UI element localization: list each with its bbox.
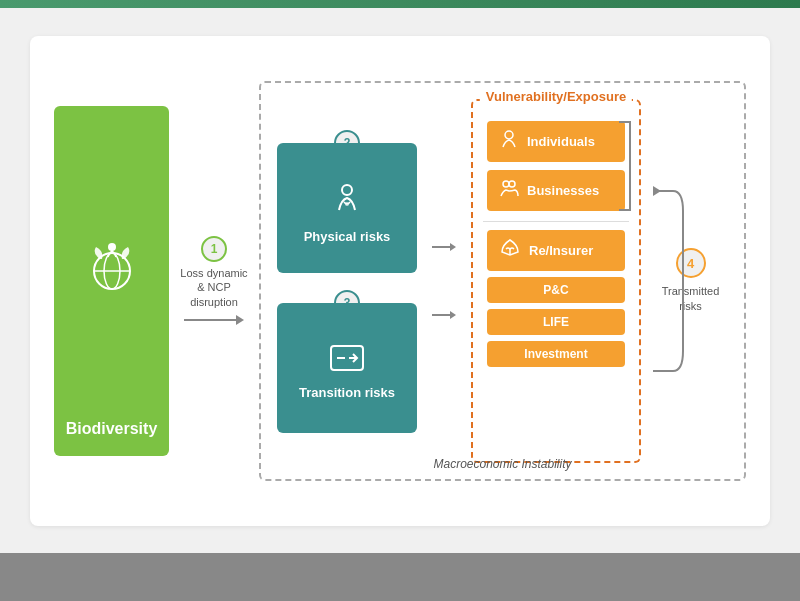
individuals-icon [499, 129, 519, 154]
individuals-item: Individuals [487, 121, 625, 162]
inner-content: 2 Physical risks [277, 99, 728, 463]
businesses-icon [499, 178, 519, 203]
reinsurer-box: Re/Insurer [487, 230, 625, 271]
vuln-dashed-box: Vulnerability/Exposure Indiv [471, 99, 641, 463]
transition-risks-box: Transition risks [277, 303, 417, 433]
individuals-label: Individuals [527, 134, 595, 149]
vuln-bottom: Re/Insurer P&C LIFE Investment [483, 222, 629, 371]
reinsurer-label: Re/Insurer [529, 243, 593, 258]
top-bar [0, 0, 800, 8]
biodiversity-icon [82, 239, 142, 309]
biodiversity-box: Biodiversity [54, 106, 169, 456]
businesses-label: Businesses [527, 183, 599, 198]
transmitted-section: 4 Transmittedrisks [653, 99, 728, 463]
diagram-container: Biodiversity 1 Loss dynamic& NCPdisrupti… [30, 36, 770, 526]
transition-risks-container: 3 Transition risks [277, 303, 417, 433]
step1-arrow [184, 315, 244, 325]
vuln-title: Vulnerability/Exposure [480, 89, 632, 104]
vuln-top: Individuals Busines [483, 111, 629, 222]
risks-column: 2 Physical risks [277, 99, 417, 463]
main-content: Biodiversity 1 Loss dynamic& NCPdisrupti… [0, 8, 800, 553]
arrow-to-physical [432, 243, 456, 251]
physical-risks-icon [329, 180, 365, 223]
arrow-to-transition [432, 311, 456, 319]
transition-risks-icon [329, 344, 365, 379]
physical-risks-label: Physical risks [304, 229, 391, 244]
pac-item: P&C [487, 277, 625, 303]
biodiversity-label: Biodiversity [66, 420, 158, 438]
transmitted-arrow-svg [643, 131, 693, 431]
svg-point-3 [108, 243, 116, 251]
svg-marker-13 [653, 186, 661, 196]
bracket-line [619, 121, 631, 211]
bottom-bar [0, 553, 800, 601]
svg-point-9 [505, 131, 513, 139]
physical-risks-container: 2 Physical risks [277, 143, 417, 273]
physical-risks-box: Physical risks [277, 143, 417, 273]
step1-badge: 1 [201, 236, 227, 262]
macroeconomic-label: Macroeconomic Instability [433, 457, 571, 471]
dashed-outer-box: 2 Physical risks [259, 81, 746, 481]
reinsurer-icon [499, 238, 521, 263]
svg-point-10 [503, 181, 509, 187]
investment-item: Investment [487, 341, 625, 367]
step1-label: Loss dynamic& NCPdisruption [180, 266, 247, 309]
arrow-section-1: 1 Loss dynamic& NCPdisruption [169, 236, 259, 325]
businesses-item: Businesses [487, 170, 625, 211]
transition-risks-label: Transition risks [299, 385, 395, 400]
mid-arrows [429, 99, 459, 463]
vuln-section: Vulnerability/Exposure Indiv [471, 99, 641, 463]
svg-point-5 [345, 202, 349, 206]
svg-point-4 [342, 185, 352, 195]
svg-point-11 [509, 181, 515, 187]
life-item: LIFE [487, 309, 625, 335]
